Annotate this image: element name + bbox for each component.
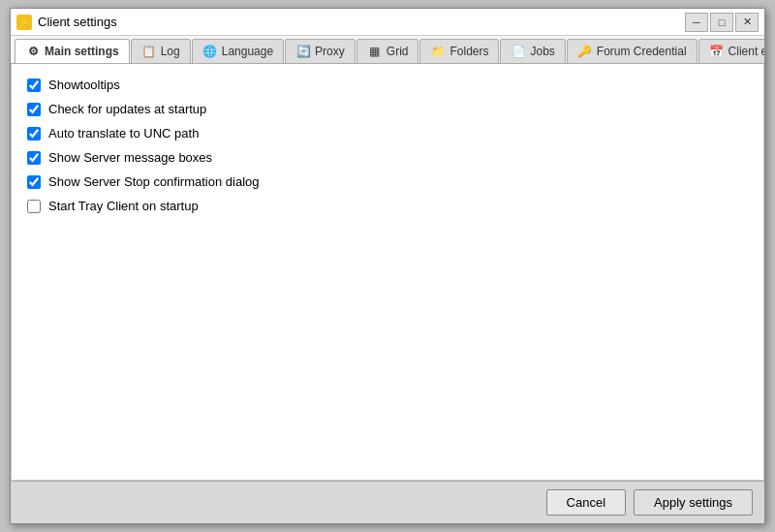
tab-label-proxy: Proxy xyxy=(315,45,345,58)
checkbox-label-show-stop-confirm: Show Server Stop confirmation dialog xyxy=(48,174,260,189)
folders-icon: 📁 xyxy=(430,44,446,59)
title-bar-left: ⚡ Client settings xyxy=(16,15,117,30)
app-icon: ⚡ xyxy=(16,15,32,30)
main-content: ShowtooltipsCheck for updates at startup… xyxy=(11,64,764,481)
maximize-button[interactable]: □ xyxy=(710,13,733,32)
window-title: Client settings xyxy=(38,15,117,29)
main-settings-icon: ⚙ xyxy=(25,44,41,59)
tab-label-jobs: Jobs xyxy=(530,45,554,58)
tab-bar: ⚙Main settings📋Log🌐Language🔄Proxy▦Grid📁F… xyxy=(11,36,764,64)
checkbox-check-updates[interactable] xyxy=(27,103,41,116)
tab-label-grid: Grid xyxy=(387,45,409,58)
log-icon: 📋 xyxy=(141,44,157,59)
tab-proxy[interactable]: 🔄Proxy xyxy=(285,39,356,63)
minimize-button[interactable]: ─ xyxy=(685,13,708,32)
tab-forum-credential[interactable]: 🔑Forum Credential xyxy=(567,39,698,63)
close-button[interactable]: ✕ xyxy=(735,13,759,32)
checkbox-label-check-updates: Check for updates at startup xyxy=(48,102,206,116)
checkbox-item-check-updates: Check for updates at startup xyxy=(27,102,748,116)
footer: Cancel Apply settings xyxy=(11,481,764,523)
tab-language[interactable]: 🌐Language xyxy=(192,39,284,63)
window-controls: ─ □ ✕ xyxy=(685,13,759,32)
tab-label-language: Language xyxy=(222,45,273,58)
title-bar: ⚡ Client settings ─ □ ✕ xyxy=(11,9,764,36)
client-events-icon: 📅 xyxy=(709,44,725,59)
cancel-button[interactable]: Cancel xyxy=(546,489,626,516)
client-settings-window: ⚡ Client settings ─ □ ✕ ⚙Main settings📋L… xyxy=(10,8,765,524)
checkbox-item-show-server-msg: Show Server message boxes xyxy=(27,150,748,165)
apply-settings-button[interactable]: Apply settings xyxy=(634,489,753,516)
checkbox-item-showtooltips: Showtooltips xyxy=(27,78,748,92)
checkbox-item-auto-translate: Auto translate to UNC path xyxy=(27,126,748,141)
tab-label-log: Log xyxy=(161,45,180,58)
tab-grid[interactable]: ▦Grid xyxy=(356,39,419,63)
tab-jobs[interactable]: 📄Jobs xyxy=(500,39,565,63)
tab-label-main-settings: Main settings xyxy=(45,45,119,58)
grid-icon: ▦ xyxy=(367,44,383,59)
checkbox-show-stop-confirm[interactable] xyxy=(27,175,41,189)
checkbox-showtooltips[interactable] xyxy=(27,78,41,92)
tab-label-folders: Folders xyxy=(450,45,488,58)
checkbox-label-showtooltips: Showtooltips xyxy=(48,78,120,92)
checkbox-show-server-msg[interactable] xyxy=(27,151,41,165)
language-icon: 🌐 xyxy=(202,44,218,59)
jobs-icon: 📄 xyxy=(511,44,526,59)
proxy-icon: 🔄 xyxy=(295,44,311,59)
tab-label-client-events: Client events xyxy=(728,45,764,58)
checkbox-label-show-server-msg: Show Server message boxes xyxy=(48,150,212,165)
checkbox-item-start-tray: Start Tray Client on startup xyxy=(27,199,748,213)
forum-credential-icon: 🔑 xyxy=(577,44,593,59)
checkbox-label-auto-translate: Auto translate to UNC path xyxy=(48,126,199,141)
checkbox-start-tray[interactable] xyxy=(27,200,41,213)
checkbox-item-show-stop-confirm: Show Server Stop confirmation dialog xyxy=(27,174,748,189)
tab-client-events[interactable]: 📅Client events xyxy=(698,39,764,63)
tab-log[interactable]: 📋Log xyxy=(131,39,191,63)
tab-label-forum-credential: Forum Credential xyxy=(597,45,687,58)
checkbox-label-start-tray: Start Tray Client on startup xyxy=(48,199,199,213)
tab-main-settings[interactable]: ⚙Main settings xyxy=(15,39,130,64)
checkbox-auto-translate[interactable] xyxy=(27,127,41,141)
tab-folders[interactable]: 📁Folders xyxy=(419,39,499,63)
